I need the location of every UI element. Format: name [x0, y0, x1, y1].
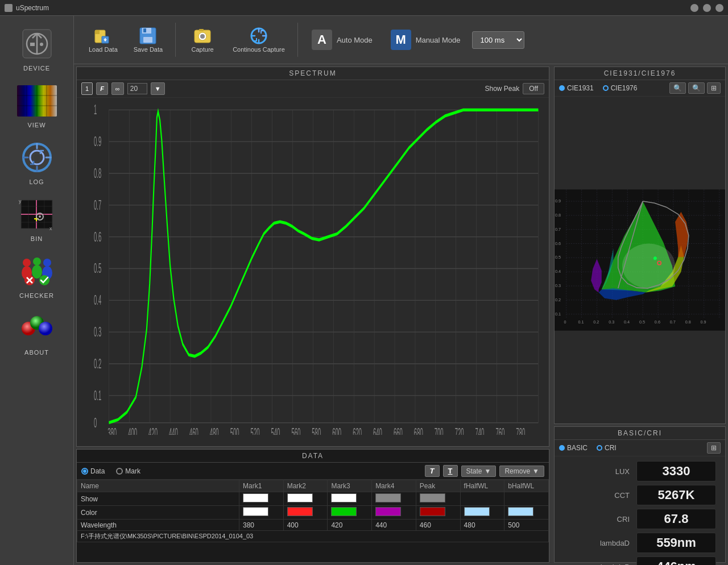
swatch-color-mark1	[243, 507, 268, 516]
t-btn-italic[interactable]: T	[425, 465, 440, 477]
cie-tab-1931-label: CIE1931	[567, 84, 594, 92]
load-data-button[interactable]: Load Data	[83, 23, 123, 56]
row-wavelength-fhalfwl: 480	[460, 520, 504, 531]
data-table: Name Mark1 Mark2 Mark3 Mark4 Peak fHalfW…	[77, 480, 549, 562]
cie-zoom-out[interactable]: 🔍	[688, 82, 705, 94]
row-show-bhalfwl[interactable]	[504, 492, 549, 506]
basic-export-btn[interactable]: ⊞	[707, 442, 721, 454]
cie-zoom-in[interactable]: 🔍	[669, 82, 686, 94]
cri-label: CRI	[590, 515, 630, 524]
sidebar-item-view[interactable]: VIEW	[6, 78, 68, 131]
spec-btn-inf[interactable]: ∞	[111, 82, 124, 95]
smoothing-input[interactable]	[127, 83, 147, 94]
cct-value: 5267K	[636, 485, 716, 505]
svg-point-40	[39, 322, 52, 335]
capture-icon	[193, 27, 212, 45]
row-show-mark2[interactable]	[283, 492, 328, 506]
cie-tab-1931[interactable]: CIE1931	[559, 84, 594, 92]
svg-text:640: 640	[373, 426, 382, 435]
row-show-mark3[interactable]	[328, 492, 372, 506]
close-btn[interactable]	[715, 4, 723, 12]
svg-text:620: 620	[353, 426, 362, 435]
maximize-btn[interactable]	[703, 4, 711, 12]
svg-text:0.1: 0.1	[578, 319, 584, 325]
chart-area: 1 0.9 0.8 0.7 0.6 0.5 0.4 0.3 0.2 0.1 0	[77, 98, 549, 446]
spectrum-chart: 1 0.9 0.8 0.7 0.6 0.5 0.4 0.3 0.2 0.1 0	[94, 102, 544, 435]
t-btn-normal[interactable]: T	[443, 465, 458, 477]
smoothing-dropdown[interactable]: ▼	[151, 82, 165, 95]
save-data-button[interactable]: Save Data	[128, 23, 168, 56]
row-wavelength-mark2: 400	[283, 520, 328, 531]
svg-text:1: 1	[94, 102, 97, 117]
sidebar-checker-label: CHECKER	[19, 292, 54, 299]
metric-row-lambdad: lambdaD 559nm	[564, 533, 716, 553]
svg-text:0.5: 0.5	[639, 319, 645, 325]
svg-point-14	[34, 155, 40, 160]
svg-text:400: 400	[128, 426, 137, 435]
swatch-show-mark4	[375, 493, 401, 502]
table-row-color: Color	[77, 506, 549, 520]
row-show-mark1[interactable]	[239, 492, 283, 506]
lux-value: 3330	[636, 461, 716, 481]
auto-mode-button[interactable]: A Auto Mode	[305, 25, 379, 55]
svg-point-31	[32, 265, 42, 279]
cie-tab-1976[interactable]: CIE1976	[603, 84, 638, 92]
svg-text:680: 680	[414, 426, 423, 435]
sidebar-device-label: DEVICE	[23, 65, 50, 72]
minimize-btn[interactable]	[690, 4, 698, 12]
sidebar-item-device[interactable]: DEVICE	[6, 22, 68, 74]
svg-text:0.1: 0.1	[555, 311, 561, 317]
svg-text:0.5: 0.5	[555, 255, 561, 260]
data-radio-inner	[83, 470, 86, 473]
sidebar-item-bin[interactable]: x y BIN	[6, 192, 68, 244]
save-data-label: Save Data	[134, 46, 163, 53]
row-color-mark4[interactable]	[372, 506, 416, 520]
show-peak-toggle[interactable]: Off	[523, 83, 544, 94]
row-show-mark4[interactable]	[372, 492, 416, 506]
basic-tab-basic[interactable]: BASIC	[559, 444, 588, 452]
basic-toolbar: BASIC CRI ⊞	[555, 440, 725, 456]
row-show-fhalfwl[interactable]	[460, 492, 504, 506]
row-color-mark1[interactable]	[239, 506, 283, 520]
app-title: uSpectrum	[16, 4, 49, 12]
row-color-mark2[interactable]	[283, 506, 328, 520]
row-color-bhalfwl[interactable]	[504, 506, 549, 520]
row-color-peak[interactable]	[416, 506, 460, 520]
row-wavelength-mark4: 440	[372, 520, 416, 531]
svg-text:0.2: 0.2	[593, 319, 599, 325]
svg-text:500: 500	[230, 426, 239, 435]
state-button[interactable]: State ▼	[461, 466, 497, 477]
data-title: DATA	[77, 450, 549, 463]
bin-icon: x y	[14, 194, 60, 234]
spec-btn-f[interactable]: F	[96, 82, 108, 95]
basic-tab-cri[interactable]: CRI	[597, 444, 617, 452]
col-header-mark3: Mark3	[328, 480, 372, 492]
data-tab-mark[interactable]: Mark	[116, 467, 140, 475]
divider-1	[175, 23, 176, 57]
spec-btn-1[interactable]: 1	[81, 82, 93, 95]
swatch-show-peak	[420, 493, 445, 502]
row-color-mark3[interactable]	[328, 506, 372, 520]
auto-letter: A	[312, 30, 332, 50]
continuous-capture-label: Continous Capture	[233, 46, 285, 53]
row-color-fhalfwl[interactable]	[460, 506, 504, 520]
cie-panel: CIE1931/CIE1976 CIE1931 CIE1976 🔍 🔍	[554, 67, 726, 424]
capture-button[interactable]: Capture	[183, 23, 222, 56]
row-show-peak[interactable]	[416, 492, 460, 506]
metric-row-lambdap: lambdaP 446nm	[564, 556, 716, 565]
remove-button[interactable]: Remove ▼	[499, 466, 544, 477]
cie-grid[interactable]: ⊞	[707, 82, 721, 94]
metric-row-lux: LUX 3330	[564, 461, 716, 481]
time-select[interactable]: 10 ms 50 ms 100 ms 200 ms 500 ms 1000 ms	[472, 31, 524, 49]
svg-text:0.9: 0.9	[701, 319, 706, 325]
state-label: State	[466, 467, 482, 475]
continuous-capture-button[interactable]: Continous Capture	[227, 23, 291, 56]
sidebar-item-log[interactable]: LOG	[6, 135, 68, 188]
sidebar-item-about[interactable]: ABOUT	[6, 306, 68, 358]
load-icon	[94, 27, 112, 45]
data-tab-data[interactable]: Data	[81, 467, 105, 475]
sidebar-item-checker[interactable]: CHECKER	[6, 249, 68, 301]
svg-point-51	[200, 34, 205, 39]
manual-mode-button[interactable]: M Manual Mode	[384, 25, 468, 55]
right-panels: CIE1931/CIE1976 CIE1931 CIE1976 🔍 🔍	[552, 64, 728, 565]
